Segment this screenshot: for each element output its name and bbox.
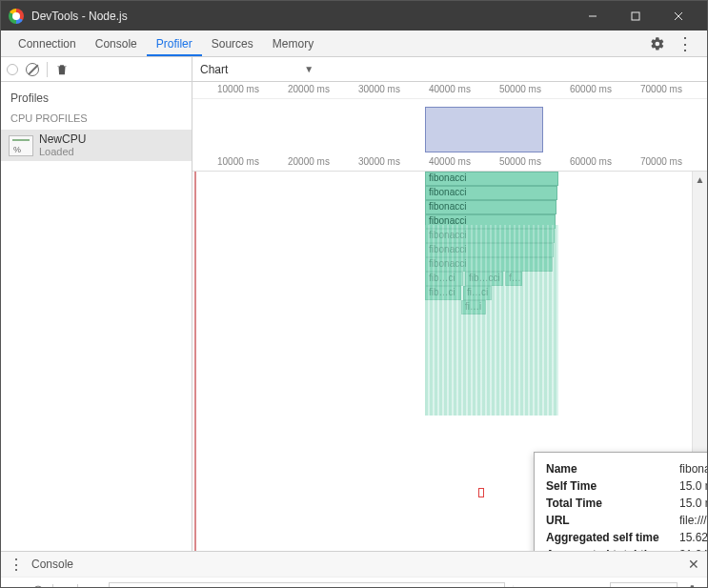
flame-frame[interactable]: fibonacci	[425, 186, 557, 200]
tooltip-key: Name	[546, 462, 679, 476]
tooltip-row: Self Time15.0 ms	[546, 479, 707, 493]
flame-deep-stacks	[425, 225, 558, 416]
sidebar-heading: Profiles	[1, 82, 192, 111]
drawer-toolbar: ▼ Default levels ▼ No Issues	[1, 577, 707, 588]
window-controls	[571, 1, 699, 30]
live-expression-icon[interactable]	[86, 585, 101, 589]
tooltip-key: Self Time	[546, 479, 679, 493]
ruler-tick: 30000 ms	[358, 156, 400, 167]
tooltip-key: URL	[546, 514, 679, 527]
tooltip-value: file:///D:/home/site/wwwroot/server.js:1…	[679, 514, 707, 527]
ruler-tick: 50000 ms	[499, 156, 541, 167]
body: Profiles CPU PROFILES NewCPU Loaded 1000…	[1, 82, 707, 551]
tooltip-key: Aggregated self time	[546, 531, 679, 544]
titlebar: DevTools - Node.js	[1, 1, 707, 30]
log-levels-select[interactable]: Default levels ▼	[513, 585, 602, 589]
console-drawer: ⋮ Console ✕ ▼ Default levels ▼ No Issues	[1, 551, 707, 588]
ruler-tick: 10000 ms	[217, 84, 259, 94]
tooltip-row: Total Time15.0 ms	[546, 497, 707, 510]
tooltip-value: 15.0 ms	[679, 479, 707, 493]
tooltip-value: 15.0 ms	[679, 497, 707, 510]
overview-ruler[interactable]: 10000 ms20000 ms30000 ms40000 ms50000 ms…	[192, 82, 707, 99]
flame-frame[interactable]: fibonacci	[425, 200, 556, 214]
minimize-button[interactable]	[571, 1, 614, 30]
tooltip-value: fibonacci	[679, 462, 707, 476]
view-selector-label: Chart	[200, 63, 228, 76]
scroll-up-icon[interactable]: ▲	[693, 172, 707, 187]
profile-status: Loaded	[39, 146, 86, 157]
right-tools: Chart ▼	[192, 57, 707, 81]
sidebar: Profiles CPU PROFILES NewCPU Loaded	[1, 82, 192, 551]
ruler-tick: 50000 ms	[499, 84, 541, 94]
ruler-tick: 40000 ms	[429, 84, 471, 94]
maximize-button[interactable]	[614, 1, 657, 30]
ruler-tick: 60000 ms	[570, 156, 612, 167]
sidebar-section-label: CPU PROFILES	[1, 111, 192, 130]
execution-context-icon[interactable]	[9, 585, 24, 589]
drawer-title[interactable]: Console	[31, 558, 73, 571]
console-settings-icon[interactable]	[685, 584, 699, 588]
drawer-close-icon[interactable]: ✕	[688, 557, 699, 572]
no-issues-button[interactable]: No Issues	[610, 582, 678, 589]
ruler-tick: 70000 ms	[640, 156, 682, 167]
tooltip-key: Aggregated total time	[546, 548, 679, 551]
flame-frame[interactable]: fibonacci	[425, 172, 558, 186]
ruler-tick: 70000 ms	[640, 84, 682, 94]
log-levels-label: Default levels	[521, 585, 590, 589]
delete-icon[interactable]	[55, 63, 69, 76]
ruler-tick: 20000 ms	[288, 156, 330, 167]
tab-sources[interactable]: Sources	[202, 31, 263, 56]
ruler-tick: 40000 ms	[429, 156, 471, 167]
tabbar: Connection Console Profiler Sources Memo…	[1, 30, 707, 57]
record-button[interactable]	[7, 64, 18, 75]
ruler-tick: 20000 ms	[288, 84, 330, 94]
profiler-toolbar: Chart ▼	[1, 57, 707, 82]
svg-rect-1	[632, 12, 639, 20]
view-selector[interactable]: Chart ▼	[200, 63, 314, 76]
tooltip-row: URLfile:///D:/home/site/wwwroot/server.j…	[546, 514, 707, 527]
tab-connection[interactable]: Connection	[9, 31, 86, 56]
ruler-tick: 10000 ms	[217, 156, 259, 167]
tooltip-key: Total Time	[546, 497, 679, 510]
drawer-kebab-icon[interactable]: ⋮	[9, 556, 24, 574]
separator	[77, 584, 78, 589]
tooltip-value: 15.62 ms	[679, 531, 707, 544]
profile-icon	[9, 135, 33, 156]
tab-profiler[interactable]: Profiler	[147, 31, 202, 56]
chevron-down-icon: ▼	[304, 64, 314, 74]
drawer-header: ⋮ Console ✕	[1, 552, 707, 577]
tab-memory[interactable]: Memory	[263, 31, 323, 56]
chart-area[interactable]: 10000 ms20000 ms30000 ms40000 ms50000 ms…	[192, 82, 707, 551]
ruler-tick: 30000 ms	[358, 84, 400, 94]
separator	[47, 62, 48, 77]
tooltip-value: 31.24 ms	[679, 548, 707, 551]
profile-name: NewCPU	[39, 133, 86, 146]
separator	[52, 584, 53, 589]
tooltip-row: Aggregated self time15.62 ms	[546, 531, 707, 544]
kebab-icon[interactable]: ⋮	[671, 30, 699, 58]
filter-input[interactable]	[109, 582, 505, 589]
profile-item[interactable]: NewCPU Loaded	[1, 130, 192, 161]
flame-ruler[interactable]: 10000 ms20000 ms30000 ms40000 ms50000 ms…	[192, 154, 707, 172]
tooltip-row: Aggregated total time31.24 ms	[546, 548, 707, 551]
tab-console[interactable]: Console	[86, 31, 147, 56]
close-button[interactable]	[657, 1, 699, 30]
overview-activity-block	[425, 107, 543, 152]
ruler-tick: 60000 ms	[570, 84, 612, 94]
overview-strip[interactable]	[192, 99, 707, 154]
frame-tooltip: NamefibonacciSelf Time15.0 msTotal Time1…	[534, 452, 707, 551]
left-tools	[1, 57, 192, 81]
tooltip-row: Namefibonacci	[546, 462, 707, 476]
activity-marker	[478, 488, 484, 497]
clear-button[interactable]	[26, 63, 39, 76]
settings-icon[interactable]	[644, 32, 671, 55]
chrome-icon	[9, 9, 24, 24]
window-title: DevTools - Node.js	[31, 10, 571, 23]
